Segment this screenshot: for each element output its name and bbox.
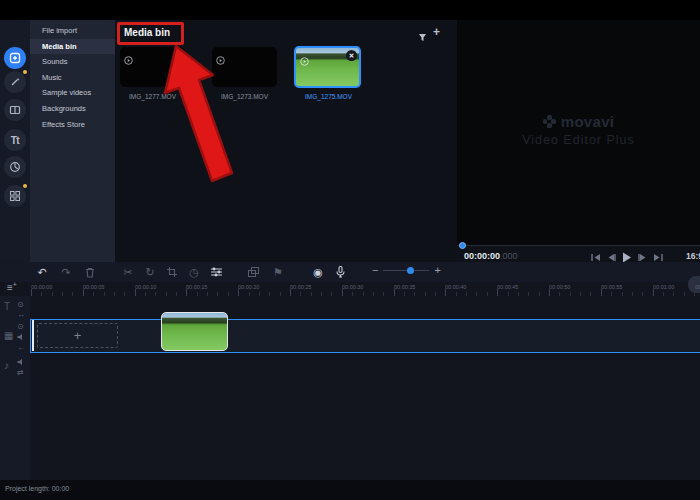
zoom-out-icon[interactable]: − (372, 264, 378, 276)
timeline-section: ↶ ↷ ✂ ↻ ◷ ⚑ ◉ − + (0, 262, 700, 480)
record-audio-icon[interactable] (332, 264, 348, 280)
add-track-icon[interactable]: ≡+ (7, 281, 17, 293)
overlay-icon[interactable] (245, 264, 261, 280)
more-tools-grid-icon (9, 190, 21, 202)
timeline-clip[interactable] (161, 312, 228, 351)
video-track[interactable]: + (30, 319, 700, 353)
menu-item-sounds[interactable]: Sounds (30, 54, 115, 70)
titles-icon: Tt (11, 135, 19, 146)
import-menu-panel: File import Media bin Sounds Music Sampl… (30, 20, 115, 262)
tool-rail: Tt (0, 20, 30, 262)
preview-screen: movavi Video Editor Plus (457, 20, 700, 245)
color-adjustments-icon[interactable] (208, 264, 224, 280)
eye-icon[interactable]: ⊙ (17, 301, 24, 309)
link-arrows-icon[interactable]: ↔ (17, 311, 25, 319)
movavi-video-editor-window: Tt File import Media bin Sounds Music Sa… (0, 0, 700, 500)
previous-frame-icon[interactable] (607, 253, 616, 262)
menu-item-media-bin[interactable]: Media bin (30, 39, 115, 55)
preview-panel: movavi Video Editor Plus 00:00:00.000 (455, 20, 700, 262)
media-clip-thumbnail[interactable] (212, 47, 277, 87)
play-circle-icon (124, 51, 133, 69)
media-clip-name: IMG_1277.MOV (120, 93, 185, 100)
speaker-icon[interactable] (17, 358, 25, 366)
menu-item-backgrounds[interactable]: Backgrounds (30, 101, 115, 117)
play-circle-icon (300, 52, 309, 70)
rail-titles-button[interactable]: Tt (4, 129, 26, 151)
marker-flag-icon[interactable]: ⚑ (270, 264, 286, 280)
media-clip-thumbnail[interactable] (120, 47, 185, 87)
menu-item-file-import[interactable]: File import (30, 23, 115, 39)
preview-timecode: 00:00:00.000 (464, 251, 518, 261)
ruler-major-ticks (31, 289, 700, 296)
window-top-bar (0, 0, 700, 20)
media-bin-panel: Media bin + IMG_1277.MOV IMG_12 (115, 20, 455, 262)
sync-arrows-icon[interactable]: ⇄ (17, 369, 24, 377)
seek-bar[interactable] (457, 245, 700, 246)
video-track-icon: ▦ (4, 332, 13, 340)
add-media-icon[interactable]: + (433, 25, 440, 39)
clip-properties-icon[interactable]: ◷ (186, 264, 202, 280)
badge-dot (23, 184, 27, 188)
skip-to-start-icon[interactable] (591, 253, 601, 262)
speaker-icon[interactable] (17, 333, 25, 341)
transitions-icon (9, 104, 21, 116)
audio-track-icon: ♪ (4, 362, 9, 370)
rail-more-tools-button[interactable] (4, 185, 26, 207)
timeline-tracks: T ⊙ ↔ ▦ ⊙ ← ♪ ⇄ + (0, 296, 700, 480)
seek-handle[interactable] (459, 242, 466, 249)
media-clip-name: IMG_1273.MOV (212, 93, 277, 100)
menu-item-sample-videos[interactable]: Sample videos (30, 85, 115, 101)
menu-item-effects-store[interactable]: Effects Store (30, 117, 115, 133)
playhead[interactable] (32, 320, 34, 351)
badge-dot (23, 70, 27, 74)
eye-icon[interactable]: ⊙ (17, 323, 24, 331)
undo-icon[interactable]: ↶ (34, 264, 50, 280)
title-track-icon: T (4, 303, 10, 311)
track-header-column: T ⊙ ↔ ▦ ⊙ ← ♪ ⇄ (0, 296, 30, 480)
menu-item-music[interactable]: Music (30, 70, 115, 86)
rail-magic-wand-button[interactable] (4, 71, 26, 93)
cut-icon[interactable]: ✂ (120, 264, 136, 280)
aspect-ratio-value[interactable]: 16:9 (686, 251, 700, 261)
status-bar: Project length: 00:00 (0, 480, 700, 500)
annotation-highlight-box (117, 22, 184, 45)
back-arrow-icon[interactable]: ← (17, 344, 25, 352)
timeline-toolbar: ↶ ↷ ✂ ↻ ◷ ⚑ ◉ − + (0, 262, 700, 282)
drop-zone-plus-icon: + (74, 328, 82, 343)
zoom-slider[interactable] (383, 270, 429, 271)
rotate-icon[interactable]: ↻ (142, 264, 158, 280)
timeline-ruler[interactable]: 00:00:00 00:00:05 00:00:10 00:00:15 00:0… (0, 282, 700, 296)
import-media-icon (9, 52, 21, 64)
timeline-zoom-control: − + (372, 264, 441, 276)
delete-icon[interactable] (82, 264, 98, 280)
zoom-slider-knob[interactable] (407, 267, 414, 274)
remove-clip-icon[interactable]: ✕ (346, 50, 357, 61)
filter-icon[interactable] (418, 28, 427, 46)
zoom-in-icon[interactable]: + (434, 264, 440, 276)
rail-import-media-button[interactable] (4, 47, 26, 69)
next-frame-icon[interactable] (638, 253, 647, 262)
rail-filters-button[interactable] (4, 156, 26, 178)
watermark-product: Video Editor Plus (457, 133, 700, 147)
rail-transitions-button[interactable] (4, 99, 26, 121)
magic-wand-icon (9, 76, 21, 88)
filters-clock-icon (9, 161, 21, 173)
drop-zone[interactable]: + (37, 323, 118, 348)
crop-icon[interactable] (164, 264, 180, 280)
media-clip-name-selected: IMG_1275.MOV (294, 93, 363, 100)
project-length-label: Project length: 00:00 (5, 485, 69, 492)
skip-to-end-icon[interactable] (653, 253, 663, 262)
play-circle-icon (216, 51, 225, 69)
record-video-icon[interactable]: ◉ (310, 264, 326, 280)
watermark-brand: movavi (561, 113, 615, 130)
watermark: movavi Video Editor Plus (457, 113, 700, 147)
media-clip-thumbnail-selected[interactable]: ✕ (294, 46, 361, 88)
redo-icon[interactable]: ↷ (58, 264, 74, 280)
movavi-logo-icon (543, 115, 556, 128)
